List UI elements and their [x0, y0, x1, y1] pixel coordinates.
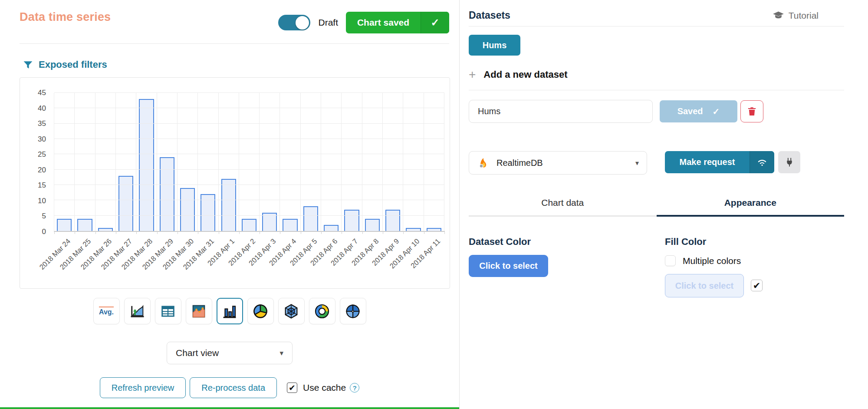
chart-type-pie-chart[interactable]: [247, 298, 274, 324]
dataset-color-title: Dataset Color: [469, 236, 531, 247]
table-icon: [159, 303, 177, 320]
delete-dataset-button[interactable]: [740, 100, 763, 122]
save-dataset-button[interactable]: Saved ✓: [660, 100, 737, 122]
datasets-title: Datasets: [469, 10, 510, 21]
y-tick-label: 0: [23, 228, 46, 236]
gridline: [54, 154, 444, 154]
connection-plug-button[interactable]: [778, 151, 800, 173]
gridline: [54, 123, 444, 124]
gridline: [54, 108, 444, 108]
draft-label: Draft: [318, 17, 338, 28]
bar-2018-mar-27[interactable]: [118, 176, 133, 231]
y-tick-label: 30: [23, 135, 46, 144]
dataset-section-divider: [469, 90, 844, 90]
multiple-colors-checkbox[interactable]: [665, 255, 676, 266]
check-icon: ✓: [713, 106, 720, 117]
chart-type-radar-chart[interactable]: [278, 298, 305, 324]
tab-appearance[interactable]: Appearance: [657, 198, 845, 217]
bar-2018-apr-1[interactable]: [221, 179, 236, 231]
header-controls: Draft Chart saved ✓: [278, 12, 449, 33]
y-tick-label: 40: [23, 104, 46, 113]
chart-type-bar-chart[interactable]: [217, 298, 243, 324]
wifi-icon: [750, 151, 774, 173]
x-axis-labels: 2018 Mar 242018 Mar 252018 Mar 262018 Ma…: [54, 231, 444, 285]
help-icon[interactable]: ?: [350, 383, 359, 393]
bar-2018-apr-10[interactable]: [406, 228, 421, 231]
bar-slot: [301, 93, 321, 231]
view-row: Chart view ▾: [0, 342, 459, 364]
dataset-color-select-button[interactable]: Click to select: [469, 255, 548, 277]
make-request-button[interactable]: Make request: [665, 151, 774, 173]
datasets-panel: Datasets Tutorial Hums + Add a new datas…: [460, 0, 868, 409]
add-dataset-button[interactable]: + Add a new dataset: [469, 69, 568, 81]
header-divider: [20, 43, 449, 44]
area-chart-icon: [190, 303, 207, 320]
fill-color-select-button[interactable]: Click to select: [665, 274, 744, 297]
reprocess-data-button[interactable]: Re-process data: [190, 377, 277, 398]
chart-preview-panel: Data time series Draft Chart saved ✓ Exp…: [0, 0, 459, 409]
dataset-name-input[interactable]: [469, 100, 653, 123]
dataset-tabs: Chart data Appearance: [469, 198, 844, 217]
bar-2018-apr-9[interactable]: [385, 210, 400, 231]
y-tick-label: 25: [23, 150, 46, 159]
bar-2018-apr-2[interactable]: [242, 219, 256, 231]
bar-slot: [116, 93, 136, 231]
bar-2018-mar-28[interactable]: [139, 99, 154, 231]
y-axis-labels: 051015202530354045: [23, 93, 50, 232]
draft-toggle[interactable]: [278, 15, 310, 30]
bar-2018-apr-6[interactable]: [324, 225, 339, 231]
chart-type-table[interactable]: [155, 298, 181, 324]
bar-chart-plot: 2018 Mar 242018 Mar 252018 Mar 262018 Ma…: [54, 93, 444, 232]
bar-2018-mar-30[interactable]: [180, 188, 195, 231]
bar-2018-mar-25[interactable]: [77, 219, 92, 231]
connection-dropdown[interactable]: RealtimeDB ▾: [469, 151, 647, 175]
bar-slot: [362, 93, 383, 231]
bar-2018-apr-5[interactable]: [303, 206, 318, 231]
datasets-divider: [469, 26, 844, 26]
chart-type-polar-chart[interactable]: [340, 298, 366, 324]
y-tick-label: 15: [23, 181, 46, 190]
bar-2018-mar-26[interactable]: [98, 228, 113, 231]
y-tick-label: 35: [23, 119, 46, 128]
bar-2018-apr-4[interactable]: [283, 219, 297, 231]
chart-saved-label: Chart saved: [346, 12, 421, 33]
bar-slot: [260, 93, 280, 231]
bar-2018-apr-7[interactable]: [344, 210, 359, 231]
chart-view-value: Chart view: [176, 348, 219, 358]
fill-color-enabled-checkbox[interactable]: ✔: [751, 280, 763, 291]
fill-color-title: Fill Color: [665, 236, 706, 247]
chart-saved-button[interactable]: Chart saved ✓: [346, 12, 449, 33]
refresh-preview-button[interactable]: Refresh preview: [100, 377, 186, 398]
bar-slot: [54, 93, 75, 231]
gridline: [54, 215, 444, 216]
kpi-growth-icon: [128, 303, 146, 320]
preview-actions: Refresh preview Re-process data ✔ Use ca…: [0, 377, 459, 398]
bar-slot: [403, 93, 424, 231]
gridline: [54, 185, 444, 185]
chart-type-doughnut-chart[interactable]: [309, 298, 335, 324]
bar-2018-mar-29[interactable]: [160, 157, 174, 231]
bar-slot: [178, 93, 198, 231]
chart-type-area-chart[interactable]: [186, 298, 212, 324]
chevron-down-icon: ▾: [279, 349, 283, 358]
dataset-chip-hums[interactable]: Hums: [469, 35, 520, 56]
chart-view-dropdown[interactable]: Chart view ▾: [167, 342, 293, 364]
chart-type-average[interactable]: Avg.: [93, 298, 120, 324]
y-tick-label: 45: [23, 89, 46, 97]
gridline: [54, 200, 444, 200]
bar-2018-mar-24[interactable]: [57, 219, 72, 231]
bar-slot: [198, 93, 218, 231]
bar-2018-apr-8[interactable]: [365, 219, 380, 231]
bar-slot: [342, 93, 362, 231]
bar-slot: [75, 93, 95, 231]
tab-chart-data[interactable]: Chart data: [469, 198, 657, 217]
chart-type-kpi-growth[interactable]: [124, 298, 151, 324]
bar-slots: [54, 93, 444, 231]
tutorial-link[interactable]: Tutorial: [773, 10, 819, 21]
bar-slot: [136, 93, 157, 231]
gridline: [54, 92, 444, 93]
doughnut-chart-icon: [313, 303, 331, 320]
bar-2018-apr-11[interactable]: [427, 228, 441, 231]
use-cache-checkbox[interactable]: ✔: [287, 383, 297, 393]
exposed-filters[interactable]: Exposed filters: [23, 59, 107, 70]
